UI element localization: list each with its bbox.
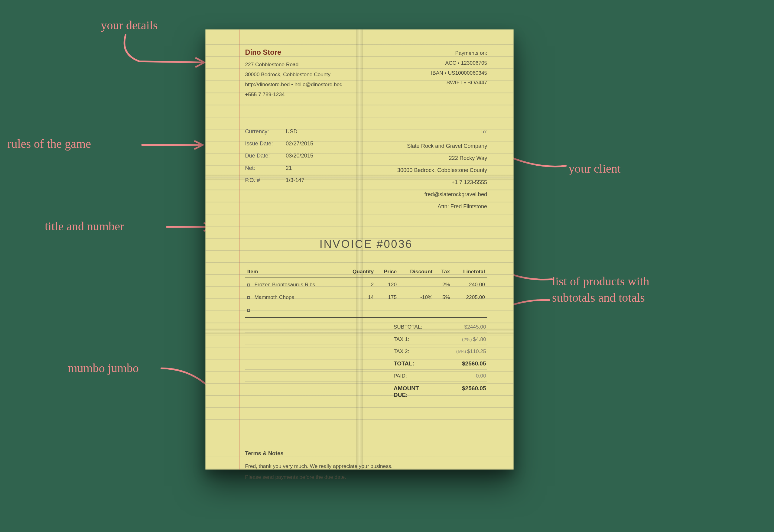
subtotal-label: SUBTOTAL:	[333, 324, 432, 330]
bullet-icon	[247, 284, 250, 286]
meta-value-currency: USD	[286, 126, 297, 138]
total-label: TOTAL:	[333, 360, 432, 367]
table-row: Mammoth Chops 14 175 -10% 5% 2205.00	[245, 291, 487, 303]
total-value: $2560.05	[437, 360, 486, 367]
meta-value-po: 1/3-147	[286, 174, 304, 186]
annotation-title-number: title and number	[45, 219, 124, 233]
payments-iban: IBAN • US10000060345	[431, 68, 487, 78]
cell-item: Mammoth Chops	[254, 294, 294, 300]
client-phone: +1 7 123-5555	[397, 176, 487, 188]
due-value: $2560.05	[437, 385, 486, 391]
meta-label-po: P.O. #	[245, 174, 279, 186]
cell-total: 2205.00	[452, 291, 487, 303]
tax1-label: TAX 1:	[333, 336, 432, 342]
annotation-your-client: your client	[569, 161, 621, 176]
cell-qty: 14	[342, 291, 376, 303]
arrow-rules	[142, 141, 208, 151]
cell-price: 175	[376, 291, 399, 303]
th-tax: Tax	[435, 265, 452, 278]
th-qty: Quantity	[342, 265, 376, 278]
payments-acc: ACC • 123006705	[431, 58, 487, 68]
client-block: To: Slate Rock and Gravel Company 222 Ro…	[397, 126, 487, 213]
annotation-mumbo: mumbo jumbo	[68, 361, 139, 375]
notes-line-2: Please send payments before the due date…	[245, 472, 487, 483]
meta-label-currency: Currency:	[245, 126, 279, 138]
payments-title: Payments on:	[431, 48, 487, 58]
tax1-pct: (2%)	[462, 336, 472, 342]
store-address-2: 30000 Bedrock, Cobblestone County	[245, 70, 343, 79]
store-details: Dino Store 227 Cobblestone Road 30000 Be…	[245, 48, 343, 99]
totals-block: SUBTOTAL:$2445.00 TAX 1:(2%)$4.80 TAX 2:…	[245, 321, 487, 401]
store-phone: +555 7 789-1234	[245, 89, 343, 99]
invoice-title: INVOICE #0036	[245, 238, 487, 251]
store-address-1: 227 Cobblestone Road	[245, 60, 343, 70]
th-item: Item	[245, 265, 342, 278]
cell-discount: -10%	[399, 291, 434, 303]
arrow-your-details	[117, 35, 205, 68]
table-row-empty	[245, 303, 487, 317]
client-attn: Attn: Fred Flintstone	[397, 200, 487, 212]
cell-qty: 2	[342, 278, 376, 291]
bullet-icon	[247, 309, 250, 312]
client-line1: 222 Rocky Way	[397, 152, 487, 164]
paid-label: PAID:	[333, 373, 432, 379]
cell-item: Frozen Brontosaurus Ribs	[254, 281, 315, 287]
cell-tax: 5%	[435, 291, 452, 303]
client-email: fred@slaterockgravel.bed	[397, 188, 487, 200]
cell-tax: 2%	[435, 278, 452, 291]
annotation-your-details: your details	[101, 18, 158, 33]
paid-value: 0.00	[437, 373, 486, 379]
th-total: Linetotal	[452, 265, 487, 278]
th-price: Price	[376, 265, 399, 278]
table-row: Frozen Brontosaurus Ribs 2 120 2% 240.00	[245, 278, 487, 291]
meta-value-due: 03/20/2015	[286, 150, 313, 162]
subtotal-value: $2445.00	[437, 324, 486, 330]
notes-line-1: Fred, thank you very much. We really app…	[245, 461, 487, 472]
payments-swift: SWIFT • BOA447	[431, 78, 487, 88]
invoice-meta: Currency:USD Issue Date:02/27/2015 Due D…	[245, 126, 313, 213]
th-discount: Discount	[399, 265, 434, 278]
due-label: AMOUNT DUE:	[333, 385, 432, 398]
client-name: Slate Rock and Gravel Company	[397, 140, 487, 152]
cell-total: 240.00	[452, 278, 487, 291]
cell-discount	[399, 278, 434, 291]
bullet-icon	[247, 296, 250, 299]
meta-label-issue: Issue Date:	[245, 138, 279, 150]
notes-title: Terms & Notes	[245, 450, 487, 456]
meta-label-due: Due Date:	[245, 150, 279, 162]
meta-label-net: Net:	[245, 162, 279, 174]
meta-value-issue: 02/27/2015	[286, 138, 313, 150]
cell-price: 120	[376, 278, 399, 291]
annotation-products-2: subtotals and totals	[552, 291, 645, 305]
store-contact: http://dinostore.bed • hello@dinostore.b…	[245, 79, 343, 89]
tax2-value: $110.25	[467, 348, 486, 354]
client-line2: 30000 Bedrock, Cobblestone County	[397, 164, 487, 176]
tax2-pct: (5%)	[456, 349, 466, 354]
notes-block: Terms & Notes Fred, thank you very much.…	[245, 450, 487, 483]
client-to-label: To:	[397, 126, 487, 138]
tax1-value: $4.80	[473, 336, 486, 342]
tax2-label: TAX 2:	[333, 348, 432, 354]
items-table: Item Quantity Price Discount Tax Linetot…	[245, 265, 487, 318]
invoice-paper: Dino Store 227 Cobblestone Road 30000 Be…	[205, 29, 513, 469]
store-name: Dino Store	[245, 48, 343, 56]
annotation-products: list of products with	[552, 274, 649, 288]
payments-block: Payments on: ACC • 123006705 IBAN • US10…	[431, 48, 487, 99]
meta-value-net: 21	[286, 162, 292, 174]
annotation-rules: rules of the game	[7, 137, 91, 151]
